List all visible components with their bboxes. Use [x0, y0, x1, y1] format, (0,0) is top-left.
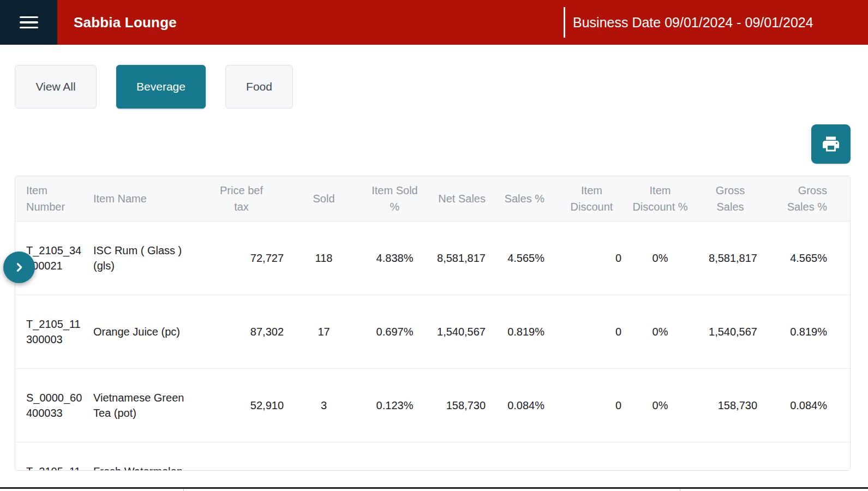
column-header-item-discount: ItemDiscount: [553, 176, 630, 221]
cell-item-sold-pct: [355, 442, 434, 471]
cell-sold: 3: [292, 368, 355, 442]
business-date-section: Business Date 09/01/2024 - 09/01/2024: [564, 0, 813, 45]
cell-sales-pct: 4.565%: [494, 221, 553, 295]
cell-item-discount: 0: [553, 221, 630, 295]
table-row: S_0000_60400033Vietnamese GreenTea (pot)…: [15, 368, 850, 442]
cell-sold: [292, 442, 355, 471]
cell-item-name: Orange Juice (pc): [88, 295, 190, 368]
business-date: Business Date 09/01/2024 - 09/01/2024: [573, 15, 813, 31]
column-header-gross-sales-pct: GrossSales %: [770, 176, 850, 221]
cell-item-discount-pct: 0%: [630, 368, 690, 442]
cell-gross-sales-pct: 0.819%: [770, 295, 850, 368]
app-header: Sabbia Lounge Business Date 09/01/2024 -…: [0, 0, 868, 45]
chevron-right-icon: [11, 259, 27, 276]
header-divider: [564, 7, 565, 38]
cell-item-number: T_2105_11: [15, 442, 88, 471]
column-header-item-sold-pct: Item Sold%: [355, 176, 434, 221]
cell-gross-sales-pct: 4.565%: [770, 221, 850, 295]
table-row: T_2105_34300021ISC Rum ( Glass )(gls)72,…: [15, 221, 850, 295]
filter-button-food[interactable]: Food: [225, 65, 293, 109]
cell-gross-sales-pct: [770, 442, 850, 471]
footer-tick: [183, 489, 184, 491]
table-header-row: ItemNumberItem NamePrice beftaxSoldItem …: [15, 176, 850, 221]
column-header-sales-pct: Sales %: [494, 176, 553, 221]
cell-net-sales: [434, 442, 494, 471]
filter-button-beverage[interactable]: Beverage: [116, 65, 206, 109]
cell-net-sales: 1,540,567: [434, 295, 494, 368]
cell-item-discount-pct: 0%: [630, 221, 690, 295]
column-header-item-number: ItemNumber: [15, 176, 88, 221]
expand-row-button[interactable]: [3, 252, 35, 283]
column-header-net-sales: Net Sales: [434, 176, 494, 221]
column-header-item-name: Item Name: [88, 176, 190, 221]
hamburger-menu-icon: [20, 16, 38, 29]
cell-item-number: T_2105_11300003: [15, 295, 88, 368]
cell-price-bef-tax: 72,727: [190, 221, 292, 295]
column-header-gross-sales: GrossSales: [690, 176, 770, 221]
cell-item-name: Vietnamese GreenTea (pot): [88, 368, 190, 442]
cell-net-sales: 158,730: [434, 368, 494, 442]
cell-item-discount-pct: [630, 442, 690, 471]
page-title: Sabbia Lounge: [74, 14, 177, 31]
cell-gross-sales-pct: 0.084%: [770, 368, 850, 442]
cell-item-discount-pct: 0%: [630, 295, 690, 368]
printer-icon: [821, 134, 841, 154]
cell-item-name: ISC Rum ( Glass )(gls): [88, 221, 190, 295]
print-button[interactable]: [811, 124, 851, 164]
filter-button-view-all[interactable]: View All: [15, 65, 97, 109]
cell-item-name: Fresh Watermelon: [88, 442, 190, 471]
cell-item-discount: 0: [553, 368, 630, 442]
cell-sold: 118: [292, 221, 355, 295]
column-header-price-bef-tax: Price beftax: [190, 176, 292, 221]
footer-divider: [0, 487, 868, 489]
cell-item-sold-pct: 0.697%: [355, 295, 434, 368]
column-header-item-discount-pct: ItemDiscount %: [630, 176, 690, 221]
cell-sales-pct: 0.084%: [494, 368, 553, 442]
cell-item-sold-pct: 0.123%: [355, 368, 434, 442]
menu-button[interactable]: [0, 0, 57, 45]
report-table: ItemNumberItem NamePrice beftaxSoldItem …: [15, 176, 851, 471]
cell-gross-sales: 8,581,817: [690, 221, 770, 295]
cell-net-sales: 8,581,817: [434, 221, 494, 295]
cell-sales-pct: [494, 442, 553, 471]
cell-item-number: S_0000_60400033: [15, 368, 88, 442]
cell-price-bef-tax: 87,302: [190, 295, 292, 368]
cell-item-discount: [553, 442, 630, 471]
cell-sold: 17: [292, 295, 355, 368]
cell-price-bef-tax: [190, 442, 292, 471]
cell-gross-sales: [690, 442, 770, 471]
column-header-sold: Sold: [292, 176, 355, 221]
filter-bar: View All Beverage Food: [15, 65, 293, 109]
table-row: T_2105_11Fresh Watermelon: [15, 442, 850, 471]
footer-tick: [680, 489, 680, 491]
cell-item-sold-pct: 4.838%: [355, 221, 434, 295]
cell-sales-pct: 0.819%: [494, 295, 553, 368]
cell-gross-sales: 1,540,567: [690, 295, 770, 368]
cell-gross-sales: 158,730: [690, 368, 770, 442]
table-row: T_2105_11300003Orange Juice (pc)87,30217…: [15, 295, 850, 368]
cell-item-discount: 0: [553, 295, 630, 368]
cell-price-bef-tax: 52,910: [190, 368, 292, 442]
